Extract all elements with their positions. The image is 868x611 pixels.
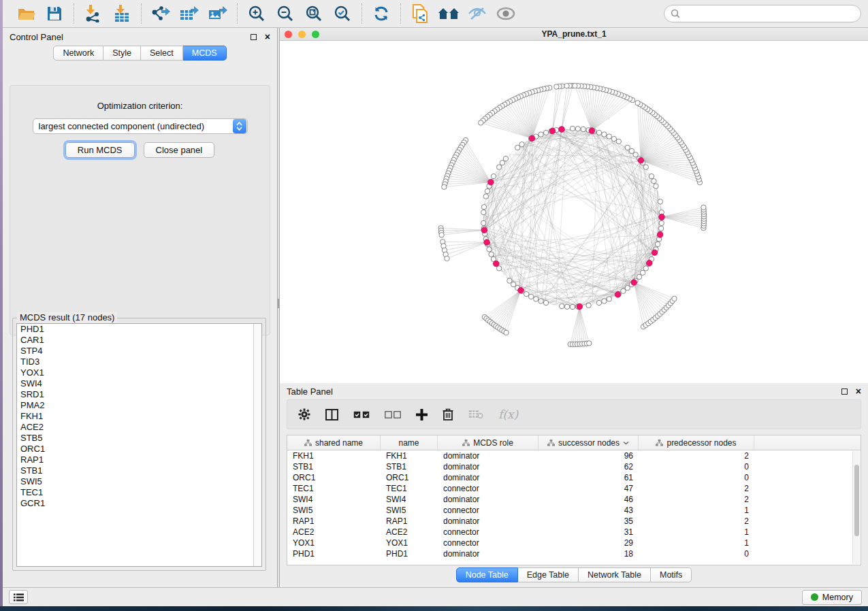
mcds-result-item[interactable]: SWI5 bbox=[17, 476, 261, 487]
export-network-icon[interactable] bbox=[150, 3, 172, 24]
mcds-result-item[interactable]: SWI4 bbox=[17, 378, 261, 389]
zoom-fit-icon[interactable] bbox=[303, 3, 325, 24]
table-row[interactable]: PHD1PHD1dominator180 bbox=[287, 548, 861, 559]
table-cell: 62 bbox=[539, 462, 639, 472]
mcds-result-item[interactable]: PHD1 bbox=[17, 324, 261, 335]
table-row[interactable]: YOX1YOX1connector291 bbox=[287, 538, 861, 548]
mcds-result-item[interactable]: ACE2 bbox=[17, 422, 261, 433]
mcds-result-item[interactable]: TID3 bbox=[17, 357, 261, 367]
table-cell: 0 bbox=[639, 462, 754, 472]
toolbar-separator bbox=[361, 3, 362, 24]
first-neighbors-icon[interactable] bbox=[438, 3, 460, 24]
save-session-icon[interactable] bbox=[44, 3, 65, 24]
network-view-window: YPA_prune.txt_1 bbox=[280, 28, 868, 383]
table-row[interactable]: FKH1FKH1dominator962 bbox=[287, 450, 861, 461]
tab-network[interactable]: Network bbox=[53, 46, 103, 61]
zoom-in-icon[interactable] bbox=[246, 3, 268, 24]
network-canvas[interactable] bbox=[280, 41, 868, 382]
zoom-selected-icon[interactable] bbox=[332, 3, 353, 24]
memory-button[interactable]: Memory bbox=[802, 590, 862, 605]
duplicate-network-icon[interactable] bbox=[409, 3, 431, 24]
zoom-out-icon[interactable] bbox=[274, 3, 296, 24]
mcds-result-item[interactable]: GCR1 bbox=[17, 498, 261, 509]
column-header-name[interactable]: name bbox=[381, 435, 438, 450]
table-cell: 18 bbox=[539, 549, 639, 559]
table-panel-close-icon[interactable]: × bbox=[856, 386, 861, 396]
deselect-all-checks-icon[interactable] bbox=[385, 411, 401, 418]
delete-column-icon[interactable] bbox=[443, 408, 453, 420]
mcds-result-item[interactable]: TEC1 bbox=[17, 487, 261, 498]
tab-style[interactable]: Style bbox=[103, 46, 141, 61]
table-row[interactable]: TEC1TEC1connector472 bbox=[287, 483, 861, 494]
tab-network-table[interactable]: Network Table bbox=[579, 567, 651, 582]
tab-mcds[interactable]: MCDS bbox=[183, 46, 227, 61]
status-bar: Memory bbox=[3, 587, 868, 606]
mcds-list-scrollbar[interactable] bbox=[253, 324, 261, 566]
mcds-options-panel: Optimization criterion: largest connecte… bbox=[10, 85, 270, 335]
table-row[interactable]: SWI5SWI5connector431 bbox=[287, 505, 861, 516]
control-panel-close-icon[interactable]: × bbox=[265, 32, 270, 42]
mcds-result-item[interactable]: RAP1 bbox=[17, 455, 261, 465]
application-window: Control Panel × NetworkStyleSelectMCDS O… bbox=[0, 0, 868, 611]
tab-edge-table[interactable]: Edge Table bbox=[518, 567, 579, 582]
network-graph[interactable] bbox=[280, 41, 868, 382]
mcds-result-item[interactable]: YOX1 bbox=[17, 367, 261, 378]
table-cell: FKH1 bbox=[287, 451, 381, 461]
node-table: shared namenameMCDS rolesuccessor nodesp… bbox=[287, 435, 861, 565]
optimization-criterion-select[interactable]: largest connected component (undirected) bbox=[33, 118, 248, 134]
table-cell: SWI4 bbox=[287, 495, 381, 504]
split-view-icon[interactable] bbox=[325, 409, 338, 420]
tab-select[interactable]: Select bbox=[141, 46, 183, 61]
table-cell: dominator bbox=[438, 451, 539, 461]
table-row[interactable]: ACE2ACE2connector311 bbox=[287, 527, 861, 538]
refresh-layout-icon[interactable] bbox=[370, 3, 392, 24]
mcds-result-item[interactable]: STP4 bbox=[17, 346, 261, 357]
open-file-icon[interactable] bbox=[15, 3, 37, 24]
desktop-wallpaper-bottom bbox=[0, 606, 868, 611]
show-all-icon[interactable] bbox=[495, 3, 517, 24]
mcds-result-item[interactable]: FKH1 bbox=[17, 411, 261, 422]
mcds-result-item[interactable]: CAR1 bbox=[17, 335, 261, 346]
column-header-MCDS-role[interactable]: MCDS role bbox=[438, 435, 539, 450]
export-image-icon[interactable] bbox=[207, 3, 229, 24]
table-row[interactable]: ORC1ORC1dominator610 bbox=[287, 472, 861, 483]
table-row[interactable]: STB1STB1dominator620 bbox=[287, 461, 861, 472]
table-settings-icon[interactable] bbox=[298, 408, 310, 420]
mcds-result-list[interactable]: PHD1CAR1STP4TID3YOX1SWI4SRD1PMA2FKH1ACE2… bbox=[16, 323, 262, 567]
mcds-result-item[interactable]: ORC1 bbox=[17, 444, 261, 455]
add-column-icon[interactable] bbox=[416, 409, 428, 420]
toolbar-separator bbox=[74, 3, 74, 24]
tab-motifs[interactable]: Motifs bbox=[651, 567, 692, 582]
ui-settings-button[interactable] bbox=[9, 590, 28, 604]
mcds-result-item[interactable]: PMA2 bbox=[17, 400, 261, 411]
table-cell: dominator bbox=[438, 495, 539, 504]
table-row[interactable]: SWI4SWI4dominator462 bbox=[287, 494, 861, 505]
export-table-icon[interactable] bbox=[178, 3, 200, 24]
select-all-checks-icon[interactable] bbox=[353, 411, 370, 418]
search-input[interactable] bbox=[684, 8, 854, 19]
tab-node-table[interactable]: Node Table bbox=[456, 567, 518, 582]
mcds-result-item[interactable]: STB5 bbox=[17, 433, 261, 444]
import-network-icon[interactable] bbox=[82, 3, 104, 24]
network-window-titlebar[interactable]: YPA_prune.txt_1 bbox=[280, 28, 868, 41]
table-cell: 46 bbox=[539, 495, 639, 504]
control-panel-minimize-icon[interactable] bbox=[251, 34, 257, 40]
close-panel-button[interactable]: Close panel bbox=[144, 142, 215, 158]
mcds-result-item[interactable]: STB1 bbox=[17, 465, 261, 476]
table-cell: TEC1 bbox=[381, 484, 438, 493]
column-header-shared-name[interactable]: shared name bbox=[287, 435, 381, 450]
select-stepper-icon bbox=[233, 119, 246, 133]
mcds-result-item[interactable]: SRD1 bbox=[17, 389, 261, 400]
column-header-predecessor-nodes[interactable]: predecessor nodes bbox=[639, 435, 754, 450]
table-scrollbar[interactable] bbox=[852, 451, 860, 564]
table-cell: 61 bbox=[539, 473, 639, 482]
column-header-successor-nodes[interactable]: successor nodes bbox=[539, 435, 639, 450]
run-mcds-button[interactable]: Run MCDS bbox=[65, 142, 135, 158]
import-table-icon[interactable] bbox=[111, 3, 133, 24]
memory-status-icon bbox=[811, 593, 818, 601]
search-field[interactable] bbox=[664, 5, 861, 22]
function-builder-icon: f(x) bbox=[498, 408, 518, 421]
hide-selected-icon[interactable] bbox=[466, 3, 488, 24]
table-row[interactable]: RAP1RAP1dominator352 bbox=[287, 516, 861, 527]
table-panel-minimize-icon[interactable] bbox=[841, 389, 848, 395]
